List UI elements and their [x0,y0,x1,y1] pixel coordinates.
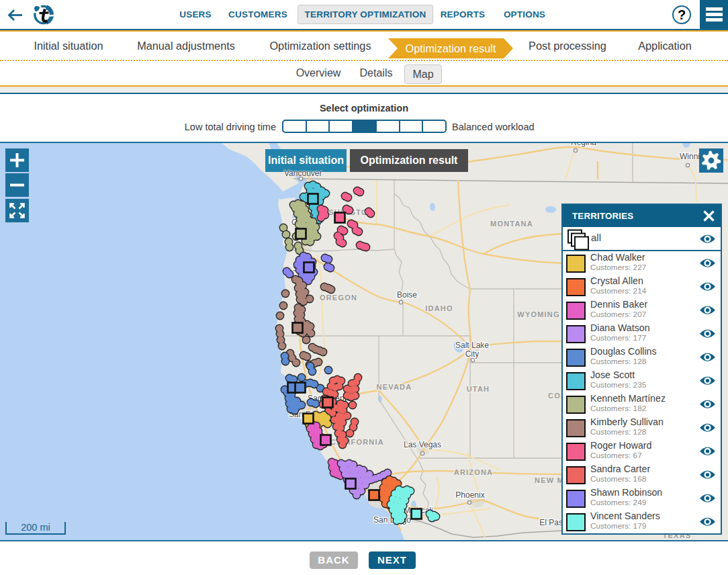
svg-text:City: City [465,349,480,359]
svg-text:Boise: Boise [397,290,417,300]
svg-text:Las Vegas: Las Vegas [404,440,441,449]
svg-text:OREGON: OREGON [320,294,357,302]
svg-text:Salt Lake: Salt Lake [455,341,489,350]
svg-text:Phoenix: Phoenix [455,490,484,500]
svg-text:MONTANA: MONTANA [490,220,533,228]
svg-text:IDAHO: IDAHO [425,304,453,312]
svg-text:Regina: Regina [571,143,596,147]
svg-text:UTAH: UTAH [467,385,490,393]
svg-text:WYOMING: WYOMING [517,310,559,318]
svg-text:NEVADA: NEVADA [377,383,412,391]
svg-text:ARIZONA: ARIZONA [454,468,494,476]
